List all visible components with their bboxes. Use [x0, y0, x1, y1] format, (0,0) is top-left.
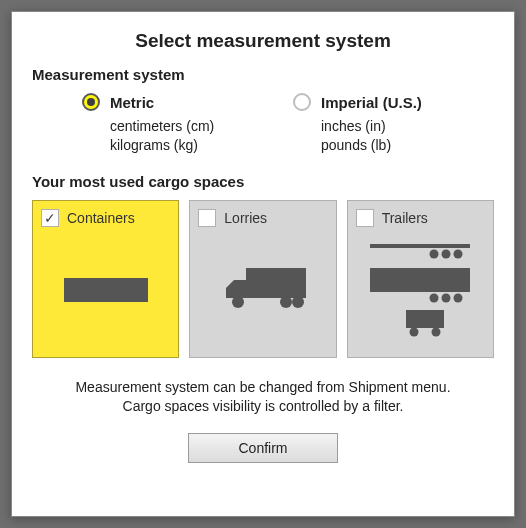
- cargo-card-containers[interactable]: ✓ Containers: [32, 200, 179, 358]
- svg-point-10: [430, 293, 439, 302]
- svg-rect-1: [246, 268, 306, 298]
- svg-point-15: [432, 327, 441, 336]
- cargo-card-lorries[interactable]: Lorries: [189, 200, 336, 358]
- button-row: Confirm: [32, 433, 494, 463]
- cargo-section-label: Your most used cargo spaces: [32, 173, 494, 190]
- svg-point-12: [454, 293, 463, 302]
- trailer-icon: [360, 238, 480, 338]
- radio-option-imperial[interactable]: Imperial (U.S.) inches (in) pounds (lb): [293, 93, 494, 155]
- checkbox-lorries[interactable]: [198, 209, 216, 227]
- container-icon: [56, 258, 156, 318]
- svg-point-6: [430, 249, 439, 258]
- checkbox-trailers[interactable]: [356, 209, 374, 227]
- radio-sub-imperial-1: inches (in): [321, 117, 494, 136]
- radio-label-metric: Metric: [110, 94, 154, 111]
- dialog-note: Measurement system can be changed from S…: [32, 378, 494, 417]
- radio-imperial[interactable]: [293, 93, 311, 111]
- svg-rect-9: [370, 268, 470, 292]
- measurement-section-label: Measurement system: [32, 66, 494, 83]
- measurement-dialog: Select measurement system Measurement sy…: [11, 11, 515, 517]
- cargo-label-lorries: Lorries: [224, 210, 267, 226]
- radio-label-imperial: Imperial (U.S.): [321, 94, 422, 111]
- note-line-2: Cargo spaces visibility is controlled by…: [32, 397, 494, 417]
- svg-rect-13: [406, 310, 444, 328]
- note-line-1: Measurement system can be changed from S…: [32, 378, 494, 398]
- radio-sub-metric-2: kilograms (kg): [110, 136, 283, 155]
- radio-metric[interactable]: [82, 93, 100, 111]
- svg-point-11: [442, 293, 451, 302]
- svg-rect-5: [370, 244, 470, 248]
- svg-point-4: [292, 296, 304, 308]
- svg-point-14: [410, 327, 419, 336]
- cargo-card-trailers[interactable]: Trailers: [347, 200, 494, 358]
- cargo-label-containers: Containers: [67, 210, 135, 226]
- confirm-button[interactable]: Confirm: [188, 433, 338, 463]
- svg-rect-0: [64, 278, 148, 302]
- dialog-title: Select measurement system: [32, 30, 494, 52]
- checkbox-containers[interactable]: ✓: [41, 209, 59, 227]
- measurement-radio-group: Metric centimeters (cm) kilograms (kg) I…: [32, 93, 494, 155]
- svg-point-2: [232, 296, 244, 308]
- cargo-label-trailers: Trailers: [382, 210, 428, 226]
- radio-sub-imperial-2: pounds (lb): [321, 136, 494, 155]
- svg-point-3: [280, 296, 292, 308]
- svg-point-8: [454, 249, 463, 258]
- svg-point-7: [442, 249, 451, 258]
- cargo-card-row: ✓ Containers Lorries: [32, 200, 494, 358]
- radio-sub-metric-1: centimeters (cm): [110, 117, 283, 136]
- lorry-icon: [208, 258, 318, 318]
- radio-option-metric[interactable]: Metric centimeters (cm) kilograms (kg): [82, 93, 283, 155]
